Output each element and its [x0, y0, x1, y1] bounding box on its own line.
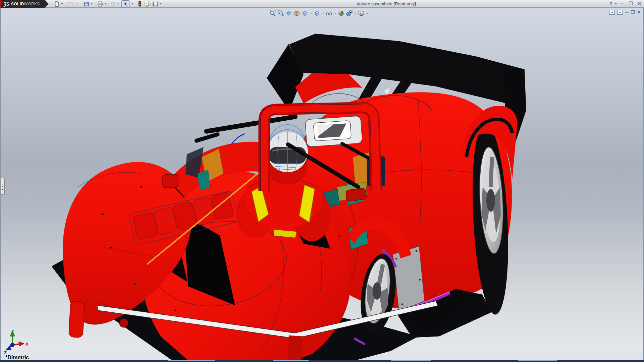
select-button[interactable] — [121, 0, 129, 7]
section-view-icon — [293, 10, 300, 17]
options-icon — [152, 1, 158, 7]
display-style-button[interactable] — [313, 10, 321, 17]
bottom-window-edge — [0, 360, 644, 362]
print-button[interactable] — [97, 0, 104, 7]
display-style-icon — [314, 10, 320, 17]
hide-show-items-caret[interactable] — [334, 13, 336, 14]
new-document-icon — [54, 1, 60, 7]
apply-scene-icon — [346, 10, 353, 17]
solidworks-logo: ƷS SOLID WORKS — [0, 0, 45, 8]
logo-text-solid: SOLID — [11, 2, 24, 6]
print-caret[interactable] — [105, 3, 107, 4]
solidworks-window: { "titlebar": { "logo": { "mark": "ƷS", … — [0, 0, 644, 362]
title-bar: ƷS SOLID WORKS — [0, 0, 644, 8]
triad-y-label: Y — [11, 329, 14, 334]
undo-icon — [110, 1, 116, 7]
document-window-controls: ◂ ▸ ─ ❐ ✕ — [609, 10, 641, 15]
menu-expand-arrow[interactable] — [45, 0, 49, 8]
view-settings-button[interactable] — [358, 10, 365, 17]
minimize-button[interactable]: ─ — [618, 1, 626, 7]
logo-text-works: WORKS — [24, 2, 40, 6]
3d-model-render[interactable] — [1, 8, 643, 360]
zoom-to-fit-button[interactable] — [269, 10, 276, 17]
close-button[interactable]: ✕ — [636, 1, 643, 7]
graphics-viewport[interactable]: ◂ ▸ ─ ❐ ✕ ◂ ◂ ◂ Y X Z *Dimetric — [0, 8, 644, 360]
panel-tab-arrow: ◂ — [2, 188, 3, 190]
save-icon — [83, 1, 89, 7]
help-button[interactable]: ? — [607, 1, 614, 7]
options-button[interactable] — [152, 0, 159, 7]
logo-red-strip — [0, 0, 1, 8]
view-settings-icon — [358, 10, 365, 17]
file-properties-button[interactable] — [144, 0, 151, 7]
doc-restore-button[interactable]: ❐ — [631, 10, 635, 15]
hide-show-items-icon — [325, 10, 333, 17]
file-properties-icon — [144, 1, 150, 7]
section-view-button[interactable] — [293, 10, 301, 17]
zoom-to-fit-icon — [269, 10, 276, 17]
solidworks-logo-mark: ƷS — [3, 1, 9, 7]
undo-button[interactable] — [109, 0, 116, 7]
edit-appearance-icon — [338, 10, 344, 17]
print-icon — [97, 1, 103, 7]
panel-tab-arrow: ◂ — [2, 183, 3, 185]
previous-view-icon — [285, 10, 292, 17]
window-title: Voiture assomblee [Read-only] — [357, 1, 416, 6]
hide-show-items-button[interactable] — [325, 10, 333, 17]
view-orientation-button[interactable] — [301, 10, 309, 17]
new-document-caret[interactable] — [61, 3, 63, 4]
feature-manager-collapsed-tab[interactable]: ◂ ◂ ◂ — [1, 178, 5, 195]
doc-close-button[interactable]: ✕ — [637, 10, 641, 15]
zoom-to-area-button[interactable] — [277, 10, 284, 17]
undo-caret[interactable] — [117, 3, 119, 4]
zoom-to-area-icon — [277, 10, 284, 17]
triad-x-label: X — [25, 342, 29, 347]
view-orientation-caret[interactable] — [310, 13, 312, 14]
headsup-view-toolbar — [269, 9, 369, 18]
options-caret[interactable] — [160, 3, 162, 4]
view-settings-caret[interactable] — [366, 13, 368, 14]
save-caret[interactable] — [91, 3, 93, 4]
previous-view-button[interactable] — [285, 10, 292, 17]
new-document-button[interactable] — [53, 0, 60, 7]
open-caret[interactable] — [76, 3, 78, 4]
select-cursor-icon — [123, 1, 128, 7]
collapse-panel-left-button[interactable]: ◂ — [609, 10, 615, 15]
panel-tab-arrow: ◂ — [2, 185, 3, 188]
rebuild-button[interactable] — [136, 0, 143, 7]
doc-minimize-button[interactable]: ─ — [625, 10, 628, 15]
save-button[interactable] — [83, 0, 90, 7]
open-button[interactable] — [67, 0, 74, 7]
view-orientation-icon — [302, 10, 308, 17]
restore-button[interactable]: ❐ — [627, 1, 634, 7]
air-intake[interactable] — [305, 116, 363, 147]
help-caret[interactable] — [615, 3, 617, 4]
edit-appearance-button[interactable] — [337, 10, 345, 17]
select-caret[interactable] — [131, 3, 133, 4]
apply-scene-button[interactable] — [345, 10, 353, 17]
apply-scene-caret[interactable] — [354, 13, 356, 14]
collapse-panel-right-button[interactable]: ▸ — [617, 10, 623, 15]
display-style-caret[interactable] — [322, 13, 324, 14]
open-icon — [67, 1, 74, 7]
rebuild-traffic-light-icon — [137, 1, 143, 7]
